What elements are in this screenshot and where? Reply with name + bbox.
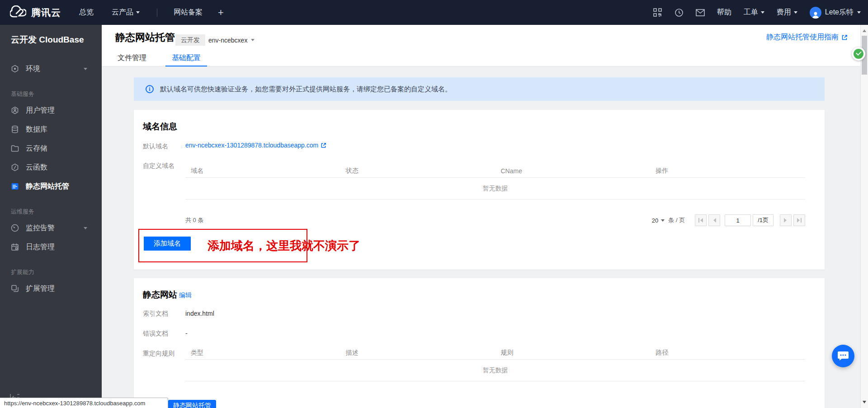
- folder-icon: [11, 144, 19, 152]
- info-icon: i: [146, 85, 154, 93]
- browser-status-bar: https://env-ncebcxex-1301289878.tcloudba…: [0, 398, 168, 408]
- scan-qr-icon[interactable]: [653, 8, 662, 17]
- add-tab-button[interactable]: +: [218, 7, 224, 19]
- sidebar-section-basic: 基础服务: [11, 90, 102, 98]
- sidebar-item-label: 云存储: [26, 144, 47, 153]
- last-page-button[interactable]: [793, 214, 805, 226]
- sidebar-item-log-management[interactable]: 日志管理: [0, 237, 102, 256]
- column-header: CName: [495, 167, 651, 175]
- brand-name: 腾讯云: [31, 6, 61, 19]
- column-header: 规则: [495, 349, 651, 357]
- extension-icon: [11, 285, 19, 293]
- tab-file-management[interactable]: 文件管理: [115, 50, 149, 66]
- scroll-down-arrow[interactable]: [863, 401, 866, 405]
- sidebar-section-extension: 扩展能力: [11, 268, 102, 276]
- page-number-input[interactable]: 1: [725, 214, 751, 226]
- mail-icon[interactable]: [696, 8, 705, 17]
- next-page-button[interactable]: [780, 214, 792, 226]
- first-page-button[interactable]: [695, 214, 707, 226]
- main-content: i 默认域名可供您快速验证业务，如您需要对外正式提供网站服务，请绑定您已备案的自…: [102, 66, 860, 408]
- nav-tab-icp[interactable]: 网站备案: [174, 8, 203, 17]
- nav-right-menu: 帮助 工单 费用 Lete乐特: [653, 7, 861, 19]
- sidebar-item-monitor-alarm[interactable]: 监控告警: [0, 218, 102, 237]
- custom-domain-label: 自定义域名: [143, 162, 175, 170]
- index-doc-value: index.html: [185, 310, 214, 317]
- tab-basic-config[interactable]: 基础配置: [169, 50, 203, 66]
- sidebar-item-user-management[interactable]: 用户管理: [0, 101, 102, 120]
- info-banner: i 默认域名可供您快速验证业务，如您需要对外正式提供网站服务，请绑定您已备案的自…: [134, 77, 825, 101]
- calendar-icon: [11, 243, 19, 251]
- error-doc-label: 错误文档: [143, 330, 168, 338]
- pagination-total: 共 0 条: [185, 216, 203, 224]
- nav-divider: [157, 9, 157, 17]
- nav-item-billing[interactable]: 费用: [777, 8, 797, 17]
- status-url: https://env-ncebcxex-1301289878.tcloudba…: [4, 400, 145, 407]
- security-extension-badge[interactable]: [852, 47, 865, 61]
- sidebar-item-label: 用户管理: [26, 106, 55, 115]
- total-pages-label: /1页: [753, 214, 774, 226]
- page-title: 静态网站托管: [115, 31, 175, 44]
- column-header: 描述: [340, 349, 495, 357]
- page-size-select[interactable]: 20: [652, 217, 665, 224]
- prev-page-button[interactable]: [708, 214, 720, 226]
- env-name: env-ncebcxex: [208, 37, 247, 44]
- env-selector[interactable]: env-ncebcxex: [208, 34, 255, 46]
- sidebar-item-extension-management[interactable]: 扩展管理: [0, 279, 102, 298]
- sidebar-item-database[interactable]: 数据库: [0, 120, 102, 139]
- sidebar-section-ops: 运维服务: [11, 208, 102, 216]
- vertical-scrollbar[interactable]: [860, 25, 868, 408]
- sidebar: 云开发 CloudBase 环境 基础服务 用户管理 数据库: [0, 25, 102, 408]
- partial-primary-button[interactable]: 静态网站托管: [168, 400, 216, 408]
- table-header-row: 类型 描述 规则 路径: [185, 346, 805, 360]
- empty-table-placeholder: 暂无数据: [185, 178, 805, 199]
- chevron-down-icon: [251, 39, 255, 43]
- column-header: 类型: [185, 349, 340, 357]
- index-doc-label: 索引文档: [143, 310, 168, 318]
- nav-item-overview[interactable]: 总览: [79, 8, 94, 17]
- chat-support-button[interactable]: [832, 345, 854, 367]
- env-tag: 云开发: [175, 34, 205, 46]
- nav-item-help[interactable]: 帮助: [717, 8, 731, 17]
- scroll-up-arrow[interactable]: [863, 28, 866, 32]
- custom-domain-table: 域名 状态 CName 操作 暂无数据: [185, 164, 805, 199]
- tab-bar: 文件管理 基础配置: [102, 50, 860, 66]
- function-icon: [11, 163, 19, 171]
- nav-left-menu: 总览 云产品 网站备案 +: [61, 7, 224, 19]
- edit-link[interactable]: 编辑: [179, 291, 192, 299]
- sidebar-item-label: 云函数: [26, 163, 47, 172]
- column-header: 路径: [650, 349, 805, 357]
- sidebar-item-label: 日志管理: [26, 242, 55, 252]
- sidebar-item-cloud-function[interactable]: 云函数: [0, 158, 102, 177]
- sidebar-item-label: 静态网站托管: [26, 182, 69, 191]
- sidebar-item-environment[interactable]: 环境: [0, 59, 102, 78]
- user-menu[interactable]: Lete乐特: [810, 7, 861, 19]
- empty-table-placeholder: 暂无数据: [185, 360, 805, 381]
- static-website-icon: [11, 182, 19, 190]
- sidebar-item-cloud-storage[interactable]: 云存储: [0, 139, 102, 158]
- chevron-down-icon: [761, 11, 764, 15]
- website-card-title: 静态网站: [143, 289, 177, 301]
- sidebar-item-label: 扩展管理: [26, 284, 55, 294]
- nav-item-ticket[interactable]: 工单: [744, 8, 764, 17]
- chevron-down-icon: [857, 11, 861, 15]
- history-clock-icon[interactable]: [675, 8, 684, 17]
- gauge-icon: [11, 224, 19, 232]
- guide-link[interactable]: 静态网站托管使用指南: [766, 33, 848, 42]
- add-domain-button[interactable]: 添加域名: [144, 237, 191, 251]
- tencent-cloud-logo[interactable]: 腾讯云: [10, 5, 61, 19]
- default-domain-link[interactable]: env-ncebcxex-1301289878.tcloudbaseapp.co…: [185, 142, 326, 149]
- chevron-down-icon: [794, 11, 797, 15]
- external-link-icon: [321, 142, 326, 148]
- top-navbar: 腾讯云 总览 云产品 网站备案 + 帮助 工单: [0, 0, 868, 25]
- nav-item-products[interactable]: 云产品: [112, 8, 140, 17]
- column-header: 状态: [340, 167, 495, 175]
- cloud-logo-icon: [10, 5, 26, 19]
- chevron-down-icon: [84, 227, 87, 231]
- chat-bubble-icon: [837, 351, 849, 361]
- chevron-down-icon: [661, 219, 665, 223]
- sidebar-item-static-hosting[interactable]: 静态网站托管: [0, 177, 102, 196]
- hexagon-env-icon: [11, 65, 19, 73]
- error-doc-value: -: [185, 330, 188, 337]
- database-icon: [11, 125, 19, 133]
- external-link-icon: [841, 34, 848, 41]
